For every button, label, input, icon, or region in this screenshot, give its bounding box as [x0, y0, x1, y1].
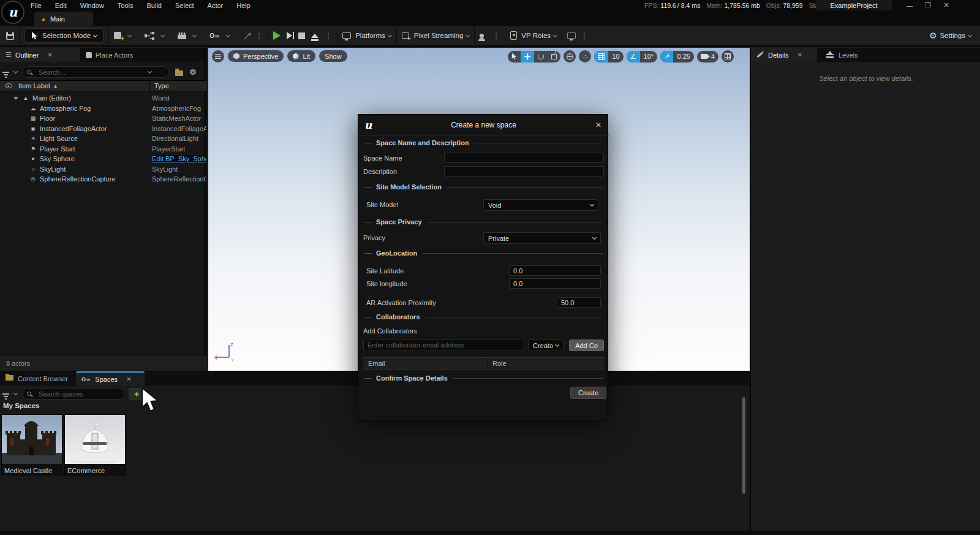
spaces-filter-icon[interactable]: [2, 393, 9, 395]
outliner-settings-icon[interactable]: ⚙: [189, 67, 197, 77]
menu-window[interactable]: Window: [80, 2, 104, 9]
add-collaborator-button[interactable]: Add Co: [569, 340, 604, 351]
add-actor-icon[interactable]: +: [114, 32, 121, 39]
binding-chevron-icon[interactable]: [226, 32, 230, 37]
minimize-button[interactable]: —: [900, 2, 919, 9]
pixel-streaming-dropdown[interactable]: Pixel Streaming: [402, 32, 470, 39]
table-row[interactable]: ☁ Atmospheric Fog AtmosphericFog: [0, 104, 206, 114]
privacy-dropdown[interactable]: Private: [483, 232, 601, 244]
create-button[interactable]: Create: [570, 387, 606, 399]
rotation-snap-value[interactable]: 10°: [640, 51, 658, 63]
wand-icon[interactable]: [243, 32, 252, 40]
camera-speed-value[interactable]: 4: [711, 51, 718, 63]
expand-caret-icon[interactable]: [13, 97, 18, 100]
selection-mode-dropdown[interactable]: Selection Mode: [24, 28, 104, 43]
table-row[interactable]: ☀ Light Source DirectionalLight: [0, 134, 206, 144]
save-icon[interactable]: [6, 32, 14, 40]
menu-file[interactable]: File: [31, 2, 42, 9]
eject-icon[interactable]: [311, 34, 318, 38]
description-input[interactable]: [444, 166, 604, 176]
scale-snap-value[interactable]: 0.25: [673, 51, 693, 63]
multiuser-icon[interactable]: [480, 34, 484, 38]
space-item-ecommerce[interactable]: ECommerce: [64, 414, 126, 476]
spaces-scrollbar[interactable]: [742, 397, 745, 494]
blueprints-chevron-icon[interactable]: [160, 32, 165, 37]
virtual-camera-icon[interactable]: [567, 32, 576, 39]
details-close-icon[interactable]: ✕: [797, 51, 802, 58]
space-item-medieval-castle[interactable]: Medieval Castle: [1, 414, 62, 476]
site-model-dropdown[interactable]: Void: [483, 199, 598, 211]
grid-snap-button[interactable]: [594, 51, 608, 63]
tab-levels[interactable]: Levels: [821, 48, 864, 62]
scale-snap-button[interactable]: ↗: [660, 51, 673, 63]
collaborator-email-input[interactable]: [363, 339, 524, 351]
spaces-search-input[interactable]: [35, 390, 108, 398]
binding-icon[interactable]: O∞: [209, 32, 220, 39]
longitude-input[interactable]: [509, 278, 601, 289]
tools-overflow-icon[interactable]: ⋮: [255, 32, 263, 39]
filter-chevron-icon[interactable]: [13, 69, 18, 74]
rotate-tool-button[interactable]: [534, 51, 548, 63]
frame-skip-icon[interactable]: [287, 32, 292, 39]
table-row[interactable]: ▲ Main (Editor) World: [0, 93, 206, 104]
tab-spaces[interactable]: O∞ Spaces ✕: [76, 371, 145, 385]
search-chevron-icon[interactable]: [148, 69, 152, 74]
column-type-label[interactable]: Type: [154, 82, 169, 89]
dialog-close-icon[interactable]: ✕: [595, 121, 601, 129]
table-row[interactable]: ▦ Floor StaticMeshActor: [0, 113, 206, 124]
surface-snap-button[interactable]: ∴: [579, 50, 591, 63]
menu-actor[interactable]: Actor: [208, 2, 224, 9]
cinematics-chevron-icon[interactable]: [192, 32, 197, 37]
outliner-search-input[interactable]: [35, 69, 145, 76]
outliner-close-icon[interactable]: ✕: [47, 51, 52, 58]
menu-edit[interactable]: Edit: [55, 2, 67, 9]
table-row[interactable]: ◎ SphereReflectionCapture SphereReflecti…: [0, 174, 206, 184]
ar-proximity-input[interactable]: [557, 297, 601, 308]
add-actor-chevron-icon[interactable]: [127, 32, 132, 37]
show-dropdown[interactable]: Show: [319, 50, 347, 62]
virtual-camera-options-icon[interactable]: ⋮: [581, 32, 588, 39]
scale-tool-button[interactable]: [548, 51, 560, 63]
rotation-snap-button[interactable]: ∠: [627, 51, 640, 63]
tab-place-actors[interactable]: Place Actors: [80, 48, 138, 62]
table-row[interactable]: ◉ InstancedFoliageActor InstancedFoliage…: [0, 124, 206, 134]
vp-roles-dropdown[interactable]: VP Roles: [510, 31, 557, 40]
cinematics-icon[interactable]: [178, 32, 186, 39]
close-button[interactable]: ✕: [937, 1, 956, 9]
add-space-button[interactable]: +: [129, 388, 145, 400]
menu-build[interactable]: Build: [147, 2, 162, 9]
space-name-input[interactable]: [444, 153, 604, 163]
move-tool-button[interactable]: ✛: [521, 51, 535, 63]
play-icon[interactable]: [273, 31, 281, 40]
grid-snap-value[interactable]: 10: [608, 51, 623, 63]
perspective-dropdown[interactable]: Perspective: [228, 50, 284, 62]
play-options-icon[interactable]: ⋮: [325, 32, 332, 39]
spaces-search-box[interactable]: [22, 388, 125, 400]
select-tool-button[interactable]: [508, 51, 521, 63]
filter-icon[interactable]: [2, 72, 9, 73]
world-space-button[interactable]: [564, 50, 576, 63]
lit-dropdown[interactable]: Lit: [287, 50, 315, 62]
latitude-input[interactable]: [509, 265, 601, 276]
table-row[interactable]: ● Sky Sphere Edit BP_Sky_Sphe: [0, 154, 206, 164]
table-row[interactable]: ☼ SkyLight SkyLight: [0, 164, 206, 175]
spaces-close-icon[interactable]: ✕: [126, 376, 131, 382]
collaborator-role-dropdown[interactable]: Creato: [528, 340, 564, 351]
platforms-dropdown[interactable]: Platforms: [342, 32, 391, 39]
edit-blueprint-link[interactable]: Edit BP_Sky_Sphe: [152, 155, 206, 162]
blueprints-icon[interactable]: [145, 32, 154, 40]
column-item-label[interactable]: Item Label: [18, 82, 50, 89]
tab-details[interactable]: Details ✕: [751, 48, 817, 62]
tab-outliner[interactable]: ☰ Outliner ✕: [0, 48, 80, 62]
tab-content-browser[interactable]: Content Browser: [0, 371, 74, 385]
menu-help[interactable]: Help: [236, 2, 251, 9]
tab-main-level[interactable]: ▲ Main: [34, 12, 93, 26]
visibility-eye-icon[interactable]: [5, 83, 12, 88]
table-row[interactable]: ⚑ Player Start PlayerStart: [0, 144, 206, 154]
spaces-filter-chevron-icon[interactable]: [13, 391, 18, 395]
viewport-menu-button[interactable]: [212, 50, 224, 63]
unreal-logo[interactable]: u: [1, 1, 24, 24]
viewport-layout-button[interactable]: [722, 50, 734, 63]
settings-dropdown[interactable]: ⚙ Settings: [929, 31, 971, 40]
camera-speed-button[interactable]: [697, 51, 711, 63]
